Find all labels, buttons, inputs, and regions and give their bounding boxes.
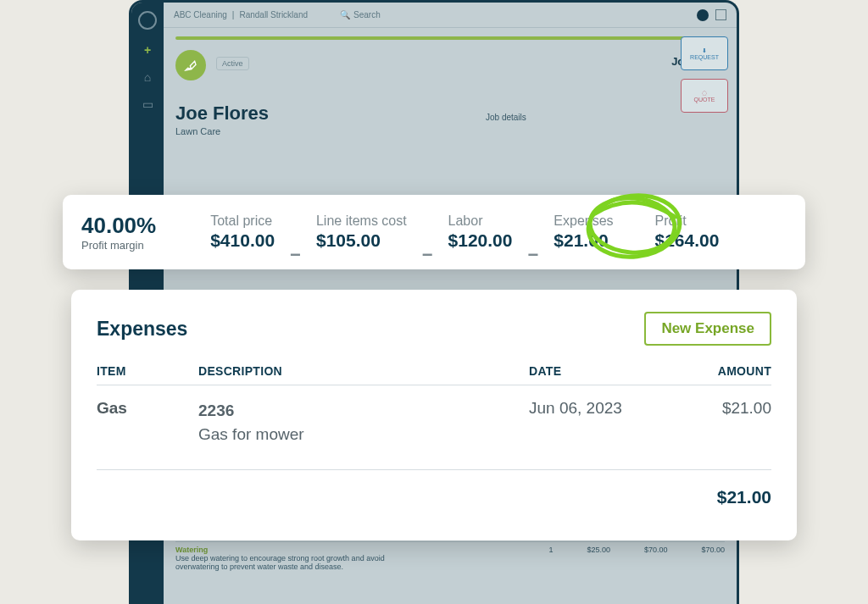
row-description: 2236 Gas for mower xyxy=(198,399,529,446)
chat-icon[interactable] xyxy=(715,9,726,20)
line-item-title: Watering xyxy=(175,546,515,554)
expenses-block: Expenses $21.00 xyxy=(554,213,613,251)
avatar xyxy=(175,50,206,80)
plus-icon[interactable]: + xyxy=(144,43,151,57)
profit-value: $164.00 xyxy=(654,230,719,251)
accent-bar xyxy=(175,36,725,40)
job-details-label: Job details xyxy=(486,113,526,122)
labor-label: Labor xyxy=(448,213,513,229)
col-item-header: ITEM xyxy=(97,364,198,378)
labor-block: Labor $120.00 xyxy=(448,213,513,251)
expenses-table-header: ITEM DESCRIPTION DATE AMOUNT xyxy=(97,364,771,385)
expenses-value: $21.00 xyxy=(554,230,613,251)
profit-label: Profit xyxy=(654,213,719,229)
row-desc-line1: 2236 xyxy=(198,399,529,423)
line-item-sub: $70.00 xyxy=(644,546,668,571)
search[interactable]: 🔍 Search xyxy=(340,10,381,19)
line-items-cost-block: Line items cost $105.00 xyxy=(316,213,407,251)
col-desc-header: DESCRIPTION xyxy=(198,364,529,378)
col-amount-header: AMOUNT xyxy=(673,364,771,378)
calendar-icon[interactable]: ▭ xyxy=(142,97,153,111)
flow-request[interactable]: ⬇ REQUEST xyxy=(681,36,728,70)
status-badge: Active xyxy=(216,57,249,70)
minus-op-1: − xyxy=(290,244,301,269)
line-items-area: Watering Use deep watering to encourage … xyxy=(164,536,737,604)
expenses-table: ITEM DESCRIPTION DATE AMOUNT Gas 2236 Ga… xyxy=(97,364,771,470)
minus-op-3: − xyxy=(527,244,538,269)
client-block: Joe Flores Lawn Care xyxy=(175,103,725,136)
process-flow: ⬇ REQUEST ◌ QUOTE xyxy=(681,36,728,113)
quote-icon: ◌ xyxy=(702,90,707,97)
minus-op-2: − xyxy=(422,244,433,269)
service-type: Lawn Care xyxy=(175,126,725,136)
total-price-label: Total price xyxy=(210,213,275,229)
line-items-cost-value: $105.00 xyxy=(316,230,407,251)
help-icon[interactable] xyxy=(697,9,709,21)
topbar: ABC Cleaning | Randall Strickland 🔍 Sear… xyxy=(164,3,737,28)
line-item-desc: Use deep watering to encourage strong ro… xyxy=(175,554,413,571)
home-icon[interactable]: ⌂ xyxy=(144,70,151,84)
logo-icon xyxy=(138,11,157,30)
total-price-block: Total price $410.00 xyxy=(210,213,275,251)
equals-op: = xyxy=(629,244,640,269)
row-desc-line2: Gas for mower xyxy=(198,423,529,446)
col-date-header: DATE xyxy=(529,364,673,378)
breadcrumb-org[interactable]: ABC Cleaning xyxy=(174,10,227,19)
new-expense-button[interactable]: New Expense xyxy=(644,312,771,346)
request-icon: ⬇ xyxy=(702,47,707,54)
margin-percent: 40.00% xyxy=(81,213,156,239)
expenses-card: Expenses New Expense ITEM DESCRIPTION DA… xyxy=(71,290,797,540)
row-item: Gas xyxy=(97,399,198,446)
labor-value: $120.00 xyxy=(448,230,513,251)
total-price-value: $410.00 xyxy=(210,230,275,251)
search-placeholder: Search xyxy=(353,10,381,19)
client-name: Joe Flores xyxy=(175,103,725,125)
flow-quote[interactable]: ◌ QUOTE xyxy=(681,79,728,113)
search-icon: 🔍 xyxy=(340,10,350,19)
breadcrumb: ABC Cleaning | Randall Strickland xyxy=(174,10,308,19)
breadcrumb-client[interactable]: Randall Strickland xyxy=(239,10,308,19)
table-row[interactable]: Gas 2236 Gas for mower Jun 06, 2023 $21.… xyxy=(97,385,771,470)
line-item-total: $70.00 xyxy=(701,546,725,571)
expenses-title: Expenses xyxy=(97,318,187,341)
row-amount: $21.00 xyxy=(673,399,771,446)
profit-margin-card: 40.00% Profit margin Total price $410.00… xyxy=(63,195,805,269)
expenses-total: $21.00 xyxy=(97,470,771,507)
row-date: Jun 06, 2023 xyxy=(529,399,673,446)
profit-block: Profit $164.00 xyxy=(654,213,719,251)
line-items-cost-label: Line items cost xyxy=(316,213,407,229)
line-item-qty: 1 xyxy=(548,546,553,571)
line-item-row: Watering Use deep watering to encourage … xyxy=(175,541,725,571)
margin-block: 40.00% Profit margin xyxy=(81,213,156,252)
expenses-label: Expenses xyxy=(554,213,613,229)
margin-label: Profit margin xyxy=(81,239,156,252)
line-item-price: $25.00 xyxy=(587,546,610,571)
